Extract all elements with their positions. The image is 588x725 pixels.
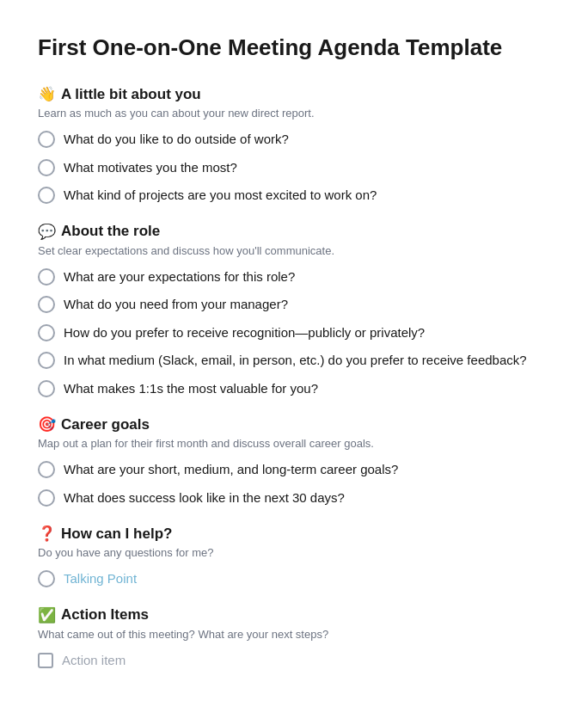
checkbox-action-item[interactable] bbox=[38, 653, 53, 668]
section-heading-about-role: 💬 About the role bbox=[38, 223, 550, 241]
checkbox-role-3[interactable] bbox=[38, 324, 55, 341]
emoji-about-role: 💬 bbox=[38, 223, 56, 241]
checkbox-talking-point[interactable] bbox=[38, 570, 55, 587]
section-desc-how-help: Do you have any questions for me? bbox=[38, 546, 550, 559]
section-desc-about-you: Learn as much as you can about your new … bbox=[38, 107, 550, 120]
item-text: What kind of projects are you most excit… bbox=[64, 186, 377, 206]
list-item: What are your short, medium, and long-te… bbox=[38, 460, 550, 480]
section-about-you: 👋 A little bit about you Learn as much a… bbox=[38, 85, 550, 206]
item-text: In what medium (Slack, email, in person,… bbox=[64, 351, 527, 371]
item-text: What do you need from your manager? bbox=[64, 295, 288, 315]
item-text: What are your expectations for this role… bbox=[64, 267, 295, 287]
section-about-role: 💬 About the role Set clear expectations … bbox=[38, 223, 550, 399]
list-item: What makes 1:1s the most valuable for yo… bbox=[38, 379, 550, 399]
section-heading-about-you: 👋 A little bit about you bbox=[38, 85, 550, 103]
section-desc-action-items: What came out of this meeting? What are … bbox=[38, 628, 550, 641]
item-text: What are your short, medium, and long-te… bbox=[64, 460, 398, 480]
emoji-action-items: ✅ bbox=[38, 606, 56, 624]
list-item: What do you like to do outside of work? bbox=[38, 130, 550, 150]
checkbox-about-you-1[interactable] bbox=[38, 131, 55, 148]
emoji-career-goals: 🎯 bbox=[38, 415, 56, 433]
action-item-label: Action item bbox=[62, 651, 126, 671]
list-item: What does success look like in the next … bbox=[38, 488, 550, 508]
item-text: How do you prefer to receive recognition… bbox=[64, 323, 425, 343]
talking-point-item: Talking Point bbox=[38, 569, 550, 589]
item-text: What do you like to do outside of work? bbox=[64, 130, 289, 150]
list-item: What are your expectations for this role… bbox=[38, 267, 550, 287]
page-title: First One-on-One Meeting Agenda Template bbox=[38, 34, 550, 61]
list-item: In what medium (Slack, email, in person,… bbox=[38, 351, 550, 371]
item-text: What motivates you the most? bbox=[64, 158, 237, 178]
emoji-about-you: 👋 bbox=[38, 85, 56, 103]
emoji-how-help: ❓ bbox=[38, 525, 56, 543]
item-text: What does success look like in the next … bbox=[64, 488, 345, 508]
section-desc-about-role: Set clear expectations and discuss how y… bbox=[38, 244, 550, 257]
section-heading-action-items: ✅ Action Items bbox=[38, 606, 550, 624]
section-heading-career-goals: 🎯 Career goals bbox=[38, 415, 550, 433]
checkbox-about-you-3[interactable] bbox=[38, 187, 55, 204]
checkbox-role-1[interactable] bbox=[38, 268, 55, 286]
talking-point-label: Talking Point bbox=[64, 569, 137, 589]
list-item: How do you prefer to receive recognition… bbox=[38, 323, 550, 343]
list-item: What do you need from your manager? bbox=[38, 295, 550, 315]
checkbox-career-2[interactable] bbox=[38, 489, 55, 507]
checkbox-role-2[interactable] bbox=[38, 296, 55, 313]
checkbox-role-4[interactable] bbox=[38, 352, 55, 369]
list-item: What kind of projects are you most excit… bbox=[38, 186, 550, 206]
item-text: What makes 1:1s the most valuable for yo… bbox=[64, 379, 318, 399]
checkbox-role-5[interactable] bbox=[38, 380, 55, 397]
section-career-goals: 🎯 Career goals Map out a plan for their … bbox=[38, 415, 550, 507]
checkbox-career-1[interactable] bbox=[38, 461, 55, 478]
section-heading-how-help: ❓ How can I help? bbox=[38, 525, 550, 543]
section-how-help: ❓ How can I help? Do you have any questi… bbox=[38, 525, 550, 589]
section-desc-career-goals: Map out a plan for their first month and… bbox=[38, 437, 550, 450]
section-action-items: ✅ Action Items What came out of this mee… bbox=[38, 606, 550, 671]
list-item: What motivates you the most? bbox=[38, 158, 550, 178]
checkbox-about-you-2[interactable] bbox=[38, 159, 55, 176]
action-item: Action item bbox=[38, 651, 550, 671]
